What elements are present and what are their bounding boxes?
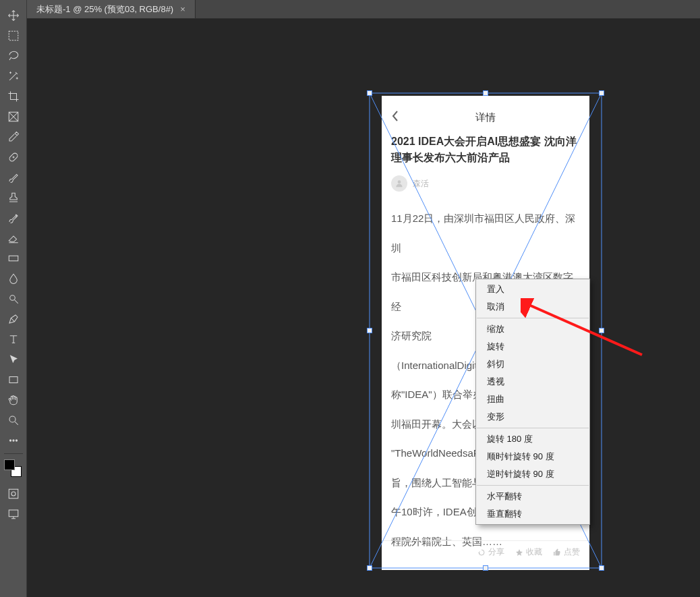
svg-point-9 bbox=[16, 440, 17, 441]
tool-history-brush[interactable] bbox=[3, 208, 24, 228]
menu-perspective[interactable]: 透视 bbox=[476, 373, 589, 391]
menu-separator bbox=[477, 485, 589, 486]
menu-rotate[interactable]: 旋转 bbox=[476, 338, 589, 356]
tool-path-select[interactable] bbox=[3, 349, 24, 370]
handle-tr[interactable] bbox=[599, 90, 604, 96]
tool-blur[interactable] bbox=[3, 268, 24, 289]
author-name: 森活 bbox=[413, 178, 429, 190]
menu-scale[interactable]: 缩放 bbox=[476, 320, 589, 338]
handle-bl[interactable] bbox=[367, 565, 372, 571]
menu-rotate-180[interactable]: 旋转 180 度 bbox=[476, 430, 589, 448]
doc-footer: 分享 收藏 点赞 bbox=[382, 540, 589, 563]
handle-br[interactable] bbox=[599, 565, 604, 571]
tool-frame[interactable] bbox=[3, 107, 24, 127]
tool-hand[interactable] bbox=[3, 390, 24, 410]
fav-action: 收藏 bbox=[515, 546, 542, 558]
tool-pen[interactable] bbox=[3, 309, 24, 329]
tool-dodge[interactable] bbox=[3, 289, 24, 309]
document-tabbar: 未标题-1 @ 25% (预览03, RGB/8#) × bbox=[27, 0, 700, 19]
svg-point-6 bbox=[9, 416, 16, 422]
svg-rect-0 bbox=[9, 31, 18, 40]
tool-gradient[interactable] bbox=[3, 248, 24, 268]
canvas-workspace[interactable]: 详情 2021 IDEA大会开启AI思想盛宴 沈向洋理事长发布六大前沿产品 森活… bbox=[27, 19, 700, 597]
svg-point-7 bbox=[9, 440, 11, 441]
menu-separator bbox=[477, 428, 589, 428]
menu-rotate-ccw[interactable]: 逆时针旋转 90 度 bbox=[476, 465, 589, 483]
menu-place[interactable]: 置入 bbox=[476, 281, 589, 298]
menu-rotate-cw[interactable]: 顺时针旋转 90 度 bbox=[476, 448, 589, 465]
tool-wand[interactable] bbox=[3, 66, 24, 86]
tool-screenmode[interactable] bbox=[3, 504, 24, 524]
svg-point-4 bbox=[9, 295, 15, 301]
svg-rect-5 bbox=[9, 377, 18, 383]
body-line: 11月22日，由深圳市福田区人民政府、深圳 bbox=[391, 204, 580, 262]
svg-rect-10 bbox=[9, 489, 18, 499]
tool-eyedropper[interactable] bbox=[3, 127, 24, 147]
tool-healing[interactable] bbox=[3, 147, 24, 167]
menu-distort[interactable]: 扭曲 bbox=[476, 391, 589, 408]
toolbox-separator bbox=[4, 453, 23, 454]
tool-stamp[interactable] bbox=[3, 188, 24, 208]
svg-point-11 bbox=[11, 492, 16, 496]
tool-lasso[interactable] bbox=[3, 46, 24, 66]
tool-type[interactable] bbox=[3, 329, 24, 349]
tool-crop[interactable] bbox=[3, 86, 24, 107]
handle-tl[interactable] bbox=[367, 90, 372, 96]
like-action: 点赞 bbox=[553, 546, 580, 558]
menu-flip-h[interactable]: 水平翻转 bbox=[476, 488, 589, 505]
tool-quickmask[interactable] bbox=[3, 484, 24, 504]
back-icon bbox=[391, 110, 399, 124]
tool-zoom[interactable] bbox=[3, 410, 24, 430]
menu-flip-v[interactable]: 垂直翻转 bbox=[476, 505, 589, 523]
author-row: 森活 bbox=[391, 175, 580, 192]
tool-eraser[interactable] bbox=[3, 228, 24, 248]
menu-warp[interactable]: 变形 bbox=[476, 408, 589, 426]
share-action: 分享 bbox=[477, 546, 504, 558]
handle-ml[interactable] bbox=[367, 328, 372, 333]
doc-header: 详情 bbox=[391, 108, 580, 127]
tool-marquee[interactable] bbox=[3, 26, 24, 46]
handle-mr[interactable] bbox=[599, 328, 604, 333]
tool-brush[interactable] bbox=[3, 167, 24, 188]
foreground-color-swatch[interactable] bbox=[4, 459, 15, 470]
svg-rect-3 bbox=[9, 256, 18, 261]
document-tab-title: 未标题-1 @ 25% (预览03, RGB/8#) bbox=[36, 3, 173, 16]
transform-context-menu[interactable]: 置入 取消 缩放 旋转 斜切 透视 扭曲 变形 旋转 180 度 顺时针旋转 9… bbox=[475, 279, 590, 525]
document-tab[interactable]: 未标题-1 @ 25% (预览03, RGB/8#) × bbox=[27, 0, 196, 18]
svg-rect-12 bbox=[9, 510, 18, 517]
menu-skew[interactable]: 斜切 bbox=[476, 356, 589, 373]
color-swatches[interactable] bbox=[3, 458, 24, 480]
menu-cancel[interactable]: 取消 bbox=[476, 298, 589, 316]
tool-rectangle[interactable] bbox=[3, 370, 24, 390]
tool-more[interactable] bbox=[3, 430, 24, 451]
doc-header-title: 详情 bbox=[475, 111, 496, 124]
tool-move[interactable] bbox=[3, 5, 24, 26]
svg-point-8 bbox=[12, 440, 13, 441]
menu-separator bbox=[477, 318, 589, 318]
toolbox bbox=[0, 0, 27, 597]
doc-headline: 2021 IDEA大会开启AI思想盛宴 沈向洋理事长发布六大前沿产品 bbox=[391, 134, 580, 166]
handle-bm[interactable] bbox=[483, 565, 488, 571]
close-icon[interactable]: × bbox=[180, 4, 185, 14]
avatar bbox=[391, 175, 407, 192]
handle-tm[interactable] bbox=[483, 90, 488, 96]
